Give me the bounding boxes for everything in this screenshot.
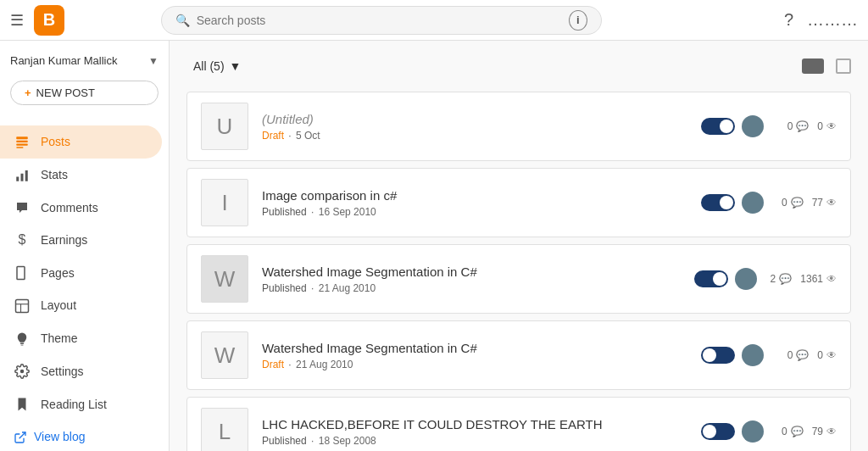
- view-blog-item[interactable]: View blog: [0, 420, 169, 451]
- post-title: LHC HACKED,BEFORE IT COULD DESTROY THE E…: [262, 417, 687, 432]
- main-content: All (5) ▼ U (Untitled) Draft · 5 Oct: [170, 41, 868, 451]
- author-avatar[interactable]: [742, 115, 764, 137]
- filter-dropdown[interactable]: All (5) ▼: [186, 54, 248, 78]
- author-avatar[interactable]: [742, 344, 764, 366]
- new-post-button[interactable]: + NEW POST: [10, 81, 159, 105]
- post-status: Published: [262, 206, 307, 218]
- posts-icon: [14, 134, 31, 150]
- post-stats: 0 💬 79 👁: [777, 426, 837, 437]
- account-name: Ranjan Kumar Mallick: [10, 54, 145, 67]
- publish-toggle[interactable]: [701, 194, 735, 211]
- sidebar-pages-label: Pages: [41, 266, 75, 280]
- view-count: 77: [812, 197, 823, 209]
- svg-rect-2: [16, 143, 28, 145]
- publish-toggle[interactable]: [701, 347, 735, 364]
- post-date: 21 Aug 2010: [296, 359, 353, 370]
- post-card: L LHC HACKED,BEFORE IT COULD DESTROY THE…: [186, 397, 851, 451]
- select-all-checkbox[interactable]: [836, 58, 851, 74]
- post-status: Draft: [262, 130, 284, 142]
- view-icon: 👁: [826, 349, 837, 361]
- sidebar-item-posts[interactable]: Posts: [0, 125, 162, 159]
- sidebar-reading-list-label: Reading List: [41, 398, 107, 411]
- search-input[interactable]: [197, 14, 562, 27]
- sidebar-item-stats[interactable]: Stats: [0, 159, 162, 192]
- publish-toggle[interactable]: [701, 423, 735, 440]
- post-thumb-letter: I: [221, 190, 227, 216]
- chevron-down-icon: ▼: [148, 55, 159, 67]
- info-icon[interactable]: i: [569, 10, 587, 31]
- comment-icon: 💬: [779, 273, 792, 285]
- comment-count: 0: [782, 426, 787, 437]
- view-count: 0: [817, 349, 823, 361]
- top-bar: ☰ B 🔍 i ? ………: [0, 0, 868, 41]
- apps-icon[interactable]: ………: [807, 10, 858, 30]
- view-icon: 👁: [826, 120, 837, 132]
- comment-icon: 💬: [791, 197, 804, 209]
- svg-rect-12: [21, 344, 24, 345]
- sidebar-item-earnings[interactable]: $ Earnings: [0, 224, 162, 256]
- sidebar: Ranjan Kumar Mallick ▼ + NEW POST Posts …: [0, 41, 170, 451]
- sidebar-item-pages[interactable]: Pages: [0, 256, 162, 289]
- help-icon[interactable]: ?: [784, 10, 793, 30]
- author-avatar[interactable]: [735, 268, 757, 290]
- search-bar: 🔍 i: [161, 6, 602, 35]
- sidebar-item-reading-list[interactable]: Reading List: [0, 387, 162, 420]
- author-avatar[interactable]: [742, 192, 764, 214]
- post-date: 5 Oct: [296, 130, 320, 142]
- comment-count: 0: [787, 120, 793, 132]
- filter-chevron-icon: ▼: [230, 59, 242, 73]
- earnings-icon: $: [14, 232, 31, 248]
- svg-rect-0: [16, 136, 28, 139]
- sidebar-layout-label: Layout: [41, 298, 76, 312]
- sidebar-item-comments[interactable]: Comments: [0, 192, 162, 225]
- layout-icon: [14, 298, 31, 314]
- post-meta-dot: ·: [311, 282, 317, 294]
- post-info: Image comparison in c# Published · 16 Se…: [262, 188, 687, 218]
- toolbar: All (5) ▼: [186, 54, 851, 78]
- hamburger-icon[interactable]: ☰: [10, 11, 24, 30]
- post-card: U (Untitled) Draft · 5 Oct 0 💬 0 👁: [186, 92, 851, 161]
- post-meta-dot: ·: [288, 359, 294, 370]
- post-title: Watershed Image Segmentation in C#: [262, 264, 681, 279]
- view-count: 1361: [800, 273, 823, 285]
- pages-icon: [14, 264, 31, 281]
- sidebar-item-settings[interactable]: Settings: [0, 355, 162, 388]
- post-thumb-letter: W: [214, 342, 236, 369]
- comment-icon: 💬: [796, 349, 809, 361]
- comment-count: 0: [787, 349, 793, 361]
- post-card: I Image comparison in c# Published · 16 …: [186, 168, 851, 237]
- sidebar-theme-label: Theme: [41, 331, 78, 345]
- post-stats: 0 💬 0 👁: [777, 120, 837, 132]
- view-icon: 👁: [826, 426, 837, 437]
- view-toggle-button[interactable]: [802, 58, 824, 74]
- publish-toggle[interactable]: [701, 118, 735, 135]
- post-title: (Untitled): [262, 112, 687, 126]
- post-title: Watershed Image Segmentation in C#: [262, 341, 687, 355]
- external-link-icon: [14, 429, 27, 444]
- view-blog-label: View blog: [34, 430, 85, 443]
- post-meta: Draft · 5 Oct: [262, 130, 687, 142]
- view-icon: 👁: [826, 197, 837, 209]
- svg-rect-6: [25, 170, 28, 181]
- account-row[interactable]: Ranjan Kumar Mallick ▼: [0, 47, 169, 81]
- post-meta: Published · 21 Aug 2010: [262, 282, 681, 294]
- view-icon: 👁: [826, 273, 837, 285]
- post-meta-dot: ·: [311, 435, 317, 447]
- sidebar-item-theme[interactable]: Theme: [0, 322, 162, 355]
- view-count: 79: [812, 426, 823, 437]
- svg-rect-1: [16, 141, 28, 142]
- post-card: W Watershed Image Segmentation in C# Pub…: [186, 244, 851, 314]
- publish-toggle[interactable]: [694, 270, 728, 287]
- post-thumb: U: [201, 103, 248, 150]
- sidebar-earnings-label: Earnings: [41, 233, 87, 247]
- top-bar-left: ☰ B: [10, 5, 64, 36]
- post-thumb-letter: L: [219, 419, 231, 445]
- comments-icon: [14, 200, 31, 216]
- author-avatar[interactable]: [742, 420, 764, 443]
- post-info: Watershed Image Segmentation in C# Draft…: [262, 341, 687, 370]
- post-date: 21 Aug 2010: [319, 282, 376, 294]
- posts-list: U (Untitled) Draft · 5 Oct 0 💬 0 👁 I: [186, 92, 851, 451]
- settings-icon: [14, 364, 31, 380]
- sidebar-item-layout[interactable]: Layout: [0, 289, 162, 322]
- top-bar-right: ? ………: [784, 10, 858, 30]
